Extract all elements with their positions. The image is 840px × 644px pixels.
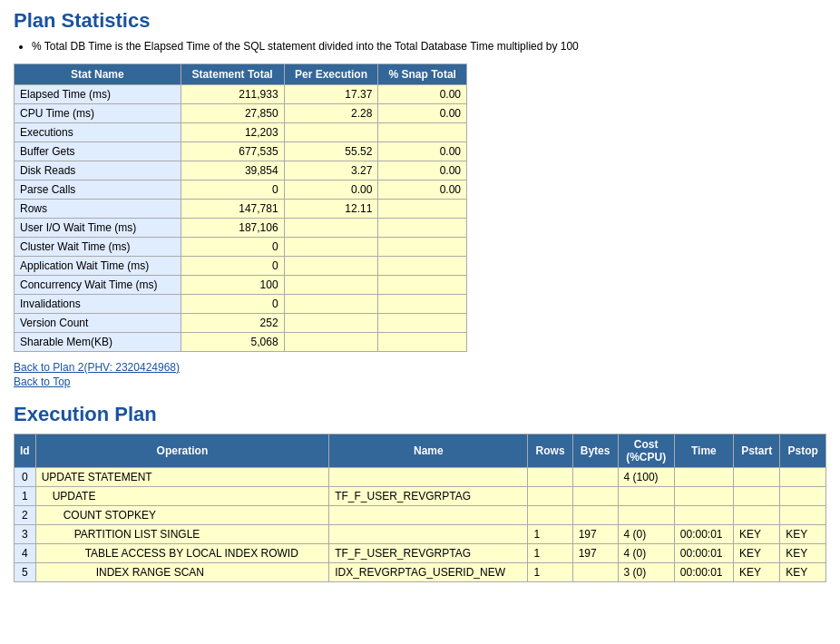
table-row: 1UPDATETF_F_USER_REVGRPTAG [15, 487, 826, 506]
table-row: 4TABLE ACCESS BY LOCAL INDEX ROWIDTF_F_U… [15, 544, 826, 563]
page-title: Plan Statistics [14, 9, 826, 33]
table-row: Buffer Gets677,53555.520.00 [15, 142, 467, 161]
table-row: Parse Calls00.000.00 [15, 181, 467, 200]
col-per-execution: Per Execution [284, 64, 378, 85]
table-row: CPU Time (ms)27,8502.280.00 [15, 104, 467, 123]
table-row: Application Wait Time (ms)0 [15, 257, 467, 276]
table-row: Invalidations0 [15, 295, 467, 314]
table-row: Disk Reads39,8543.270.00 [15, 161, 467, 181]
table-row: Executions12,203 [15, 123, 467, 142]
table-row: Rows147,78112.11 [15, 200, 467, 219]
note-section: % Total DB Time is the Elapsed Time of t… [14, 40, 826, 53]
stats-table: Stat Name Statement Total Per Execution … [14, 63, 467, 352]
table-row: User I/O Wait Time (ms)187,106 [15, 219, 467, 238]
table-row: 5INDEX RANGE SCANIDX_REVGRPTAG_USERID_NE… [15, 563, 826, 582]
col-snap-total: % Snap Total [378, 64, 467, 85]
links-section: Back to Plan 2(PHV: 2320424968)Back to T… [14, 361, 826, 388]
table-row: Elapsed Time (ms)211,93317.370.00 [15, 85, 467, 104]
col-stat-name: Stat Name [15, 64, 181, 85]
table-row: 0UPDATE STATEMENT4 (100) [15, 468, 826, 487]
exec-plan-title: Execution Plan [14, 403, 826, 426]
exec-plan-table: IdOperationNameRowsBytesCost(%CPU)TimePs… [14, 434, 826, 582]
table-row: Concurrency Wait Time (ms)100 [15, 276, 467, 295]
table-row: 3PARTITION LIST SINGLE11974 (0)00:00:01K… [15, 525, 826, 544]
nav-link[interactable]: Back to Plan 2(PHV: 2320424968) [14, 361, 826, 374]
col-statement-total: Statement Total [181, 64, 284, 85]
table-row: 2COUNT STOPKEY [15, 506, 826, 525]
table-row: Sharable Mem(KB)5,068 [15, 333, 467, 352]
nav-link[interactable]: Back to Top [14, 376, 826, 388]
table-row: Cluster Wait Time (ms)0 [15, 238, 467, 257]
note-text: % Total DB Time is the Elapsed Time of t… [32, 40, 826, 53]
table-row: Version Count252 [15, 314, 467, 333]
